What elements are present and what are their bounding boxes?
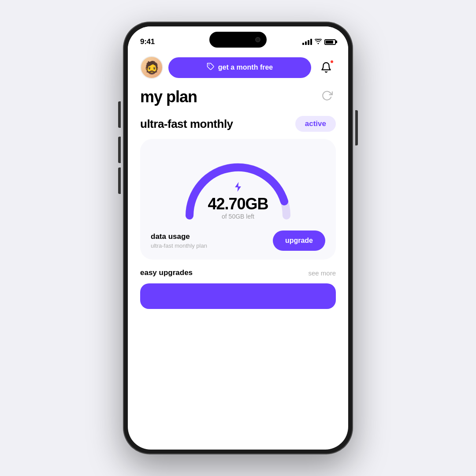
page-title-row: my plan bbox=[140, 88, 336, 106]
gauge-sub-label: of 50GB left bbox=[208, 213, 268, 220]
app-content: 🧔 get a month free bbox=[128, 51, 348, 450]
phone-screen: 9:41 bbox=[128, 26, 348, 450]
easy-upgrades-row: easy upgrades see more bbox=[140, 268, 336, 277]
data-usage-info: data usage ultra-fast monthly plan bbox=[151, 232, 207, 249]
gauge-center: 42.70GB of 50GB left bbox=[208, 181, 268, 220]
camera-dot bbox=[255, 37, 260, 42]
plan-name: ultra-fast monthly bbox=[140, 117, 233, 131]
dynamic-island bbox=[209, 32, 267, 48]
upgrade-button[interactable]: upgrade bbox=[273, 231, 325, 251]
promo-label: get a month free bbox=[218, 63, 273, 71]
card-bottom: data usage ultra-fast monthly plan upgra… bbox=[151, 227, 325, 251]
phone-frame: 9:41 bbox=[123, 22, 353, 454]
active-badge: active bbox=[295, 116, 336, 132]
notification-dot bbox=[330, 60, 334, 64]
status-icons bbox=[302, 38, 336, 45]
svg-point-0 bbox=[208, 64, 209, 65]
signal-icon bbox=[302, 39, 312, 45]
status-time: 9:41 bbox=[140, 37, 155, 46]
page-title: my plan bbox=[140, 88, 197, 106]
header-row: 🧔 get a month free bbox=[140, 56, 336, 79]
promo-button[interactable]: get a month free bbox=[168, 57, 311, 78]
avatar: 🧔 bbox=[140, 56, 163, 79]
lightning-icon bbox=[208, 181, 268, 195]
plan-name-row: ultra-fast monthly active bbox=[140, 116, 336, 132]
gauge-value: 42.70GB bbox=[208, 196, 268, 212]
gauge-container: 42.70GB of 50GB left bbox=[176, 149, 300, 220]
data-card: 42.70GB of 50GB left data usage ultra-fa… bbox=[140, 139, 336, 260]
data-usage-label: data usage bbox=[151, 232, 207, 241]
data-usage-sub: ultra-fast monthly plan bbox=[151, 242, 207, 249]
battery-icon bbox=[324, 39, 336, 45]
easy-upgrades-title: easy upgrades bbox=[140, 268, 193, 277]
notification-button[interactable] bbox=[316, 58, 336, 77]
see-more-button[interactable]: see more bbox=[308, 269, 336, 277]
tag-icon bbox=[207, 63, 215, 73]
refresh-button[interactable] bbox=[318, 88, 336, 106]
refresh-icon bbox=[321, 90, 333, 104]
wifi-icon bbox=[315, 38, 322, 45]
bottom-promo-bar bbox=[140, 283, 336, 309]
status-bar: 9:41 bbox=[128, 26, 348, 51]
